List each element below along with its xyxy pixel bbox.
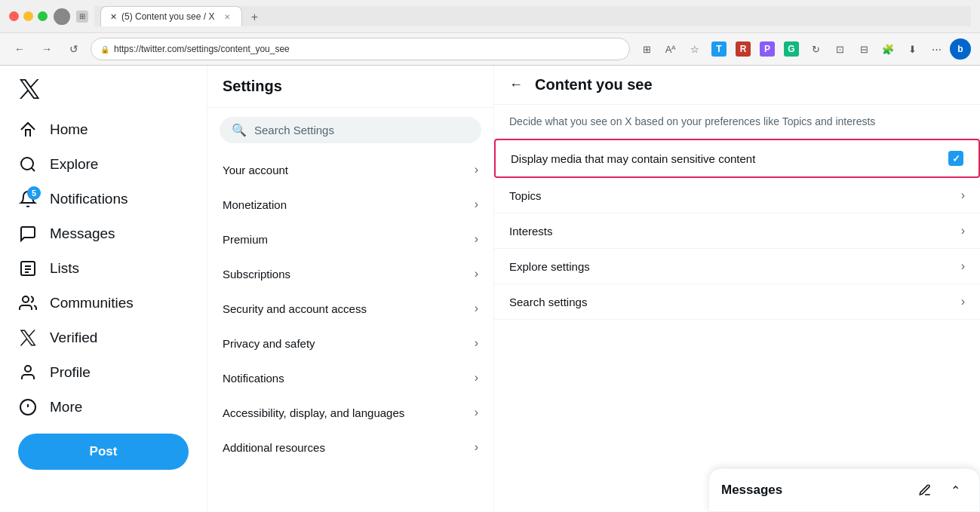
search-placeholder: Search Settings <box>254 124 334 136</box>
tab-bar: ✕ (5) Content you see / X ✕ + <box>94 6 971 26</box>
content-item-label-interests: Interests <box>509 225 553 238</box>
sidebar: HomeExplore5NotificationsMessagesListsCo… <box>0 66 207 512</box>
forward-browser-button[interactable]: → <box>36 38 57 60</box>
search-icon: 🔍 <box>232 123 247 137</box>
content-item-interests[interactable]: Interests› <box>494 213 980 249</box>
reader-mode-button[interactable]: Aᴬ <box>660 38 681 60</box>
settings-item-your-account[interactable]: Your account› <box>207 152 493 187</box>
content-item-label-sensitive-media: Display media that may contain sensitive… <box>511 152 755 165</box>
content-item-explore-settings[interactable]: Explore settings› <box>494 249 980 284</box>
search-settings-input[interactable]: 🔍 Search Settings <box>220 117 481 143</box>
content-item-sensitive-media[interactable]: Display media that may contain sensitive… <box>494 139 980 178</box>
active-tab[interactable]: ✕ (5) Content you see / X ✕ <box>100 6 242 26</box>
maximize-window-button[interactable] <box>38 11 48 21</box>
content-chevron-topics: › <box>961 189 965 202</box>
sidebar-item-home[interactable]: Home <box>9 112 198 147</box>
content-item-search-settings[interactable]: Search settings› <box>494 284 980 320</box>
more-icon <box>18 397 38 417</box>
settings-item-label-security: Security and account access <box>223 302 367 315</box>
svg-line-3 <box>32 168 35 171</box>
new-tab-button[interactable]: + <box>245 8 263 26</box>
back-button[interactable]: ← <box>509 77 523 93</box>
content-item-label-topics: Topics <box>509 189 542 202</box>
messages-bar-actions: ⌃ <box>913 478 967 502</box>
extension-translate-button[interactable]: T <box>708 38 730 60</box>
collapse-messages-button[interactable]: ⌃ <box>943 478 967 502</box>
svg-point-1 <box>56 20 68 25</box>
sidebar-item-communities[interactable]: Communities <box>9 286 198 320</box>
extension-purple-button[interactable]: P <box>757 38 778 60</box>
content-item-right-search-settings: › <box>961 295 965 308</box>
download-button[interactable]: ⬇ <box>902 38 923 60</box>
compose-message-button[interactable] <box>913 478 937 502</box>
svg-point-0 <box>58 11 66 19</box>
address-bar[interactable]: 🔒 https://twitter.com/settings/content_y… <box>91 38 630 60</box>
sidebar-item-verified[interactable]: Verified <box>9 320 198 355</box>
bookmark-button[interactable]: ☆ <box>684 38 705 60</box>
more-options-button[interactable]: ⋯ <box>926 38 947 60</box>
extensions-button[interactable]: 🧩 <box>877 38 899 60</box>
refresh-button[interactable]: ↻ <box>805 38 826 60</box>
communities-label: Communities <box>50 295 134 311</box>
bing-button[interactable]: b <box>950 38 971 60</box>
browser-chrome: ⊞ ✕ (5) Content you see / X ✕ + ← → ↺ 🔒 … <box>0 0 980 66</box>
nav-items: HomeExplore5NotificationsMessagesListsCo… <box>9 112 198 425</box>
titlebar: ⊞ ✕ (5) Content you see / X ✕ + <box>0 0 980 32</box>
tab-close-button[interactable]: ✕ <box>222 11 232 22</box>
window-layout-button[interactable]: ⊞ <box>76 11 88 23</box>
home-icon <box>18 120 38 139</box>
settings-item-premium[interactable]: Premium› <box>207 222 493 256</box>
settings-item-security[interactable]: Security and account access› <box>207 291 493 326</box>
post-button[interactable]: Post <box>18 434 189 470</box>
close-window-button[interactable] <box>9 11 19 21</box>
communities-icon <box>18 293 38 313</box>
sidebar-item-more[interactable]: More <box>9 390 198 425</box>
cast-button[interactable]: ⊡ <box>829 38 850 60</box>
minimize-window-button[interactable] <box>23 11 33 21</box>
content-item-topics[interactable]: Topics› <box>494 178 980 213</box>
split-view-button[interactable]: ⊟ <box>853 38 874 60</box>
settings-item-accessibility[interactable]: Accessibility, display, and languages› <box>207 395 493 430</box>
content-description: Decide what you see on X based on your p… <box>494 105 980 139</box>
content-chevron-explore-settings: › <box>961 259 965 273</box>
reload-button[interactable]: ↺ <box>63 38 84 60</box>
settings-chevron-additional: › <box>475 440 478 454</box>
settings-item-monetization[interactable]: Monetization› <box>207 187 493 222</box>
content-item-right-topics: › <box>961 189 965 202</box>
extension-green-button[interactable]: G <box>781 38 802 60</box>
settings-item-label-privacy: Privacy and safety <box>223 337 315 350</box>
extension-red-button[interactable]: R <box>733 38 754 60</box>
messages-icon <box>18 224 38 244</box>
profile-icon <box>18 363 38 382</box>
notifications-icon: 5 <box>18 189 38 209</box>
browser-toolbar: ← → ↺ 🔒 https://twitter.com/settings/con… <box>0 32 980 65</box>
back-browser-button[interactable]: ← <box>9 38 30 60</box>
home-label: Home <box>50 121 88 138</box>
x-logo[interactable] <box>9 72 198 109</box>
content-items: Display media that may contain sensitive… <box>494 139 980 320</box>
sidebar-item-notifications[interactable]: 5Notifications <box>9 182 198 216</box>
settings-item-label-additional: Additional resources <box>223 441 325 454</box>
checkbox-sensitive-media[interactable]: ✓ <box>948 151 963 166</box>
settings-item-subscriptions[interactable]: Subscriptions› <box>207 256 493 291</box>
notifications-badge: 5 <box>27 186 41 200</box>
svg-point-2 <box>21 158 33 170</box>
svg-point-9 <box>25 366 31 372</box>
sidebar-item-messages[interactable]: Messages <box>9 216 198 251</box>
settings-item-label-subscriptions: Subscriptions <box>223 268 290 281</box>
settings-chevron-monetization: › <box>475 198 478 211</box>
sidebar-item-profile[interactable]: Profile <box>9 355 198 390</box>
content-panel: ← Content you see Decide what you see on… <box>494 66 980 512</box>
settings-chevron-premium: › <box>475 232 478 246</box>
settings-item-notifications[interactable]: Notifications› <box>207 360 493 395</box>
profile-avatar <box>54 8 70 25</box>
settings-item-label-monetization: Monetization <box>223 198 287 211</box>
settings-item-privacy[interactable]: Privacy and safety› <box>207 326 493 360</box>
sidebar-item-lists[interactable]: Lists <box>9 251 198 286</box>
sidebar-item-explore[interactable]: Explore <box>9 147 198 182</box>
tab-search-button[interactable]: ⊞ <box>636 38 657 60</box>
profile-label: Profile <box>50 364 91 381</box>
settings-item-additional[interactable]: Additional resources› <box>207 430 493 464</box>
content-item-right-sensitive-media: ✓ <box>948 151 963 166</box>
messages-bar: Messages ⌃ <box>708 468 980 512</box>
